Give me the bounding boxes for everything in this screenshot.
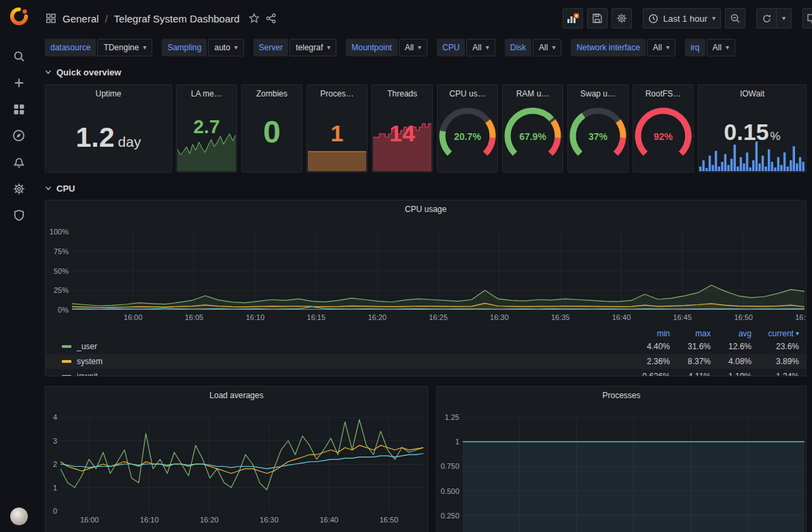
time-range-label: Last 1 hour bbox=[663, 14, 707, 24]
panel-rootfs-gauge: RootFS… 92% bbox=[633, 84, 694, 173]
variable-value-dropdown[interactable]: All▾ bbox=[533, 39, 561, 56]
user-avatar[interactable] bbox=[10, 508, 28, 525]
explore-compass-icon[interactable] bbox=[0, 122, 37, 149]
search-icon[interactable] bbox=[0, 43, 37, 69]
panel-title[interactable]: CPU us… bbox=[440, 89, 495, 99]
variable-value-dropdown[interactable]: telegraf▾ bbox=[289, 39, 336, 56]
chevron-down-icon: ▾ bbox=[796, 330, 799, 337]
legend-current: 1.24% bbox=[752, 372, 799, 376]
variable-value-dropdown[interactable]: All▾ bbox=[707, 39, 735, 56]
chevron-down-icon: ▾ bbox=[486, 44, 489, 51]
gauge-value: 92% bbox=[633, 131, 693, 142]
series-color-swatch bbox=[62, 375, 71, 376]
server-admin-shield-icon[interactable] bbox=[0, 202, 37, 228]
panel-load-averages: Load averages 43210 16:0016:1016:2016:30… bbox=[45, 386, 428, 532]
axis-tick-label: 16:55 bbox=[795, 313, 807, 321]
gauge-value: 37% bbox=[568, 131, 628, 142]
gauge: 37% bbox=[568, 104, 628, 164]
alerting-bell-icon[interactable] bbox=[0, 149, 37, 175]
zoom-out-button[interactable] bbox=[725, 8, 745, 29]
legend-sort-min[interactable]: min bbox=[629, 329, 670, 338]
cycle-view-mode-button[interactable] bbox=[802, 8, 812, 29]
section-cpu[interactable]: CPU bbox=[45, 182, 75, 194]
panel-title[interactable]: Threads bbox=[375, 89, 429, 99]
panel-title[interactable]: Proces… bbox=[310, 89, 364, 99]
chevron-down-icon: ▾ bbox=[552, 44, 555, 51]
gauge: 92% bbox=[633, 104, 693, 164]
breadcrumb-separator: / bbox=[105, 13, 107, 24]
legend-sort-max[interactable]: max bbox=[670, 329, 711, 338]
processes-plot[interactable] bbox=[463, 417, 805, 532]
panel-title[interactable]: Uptime bbox=[48, 89, 169, 99]
cpu-usage-plot[interactable] bbox=[72, 232, 805, 310]
variable-value-dropdown[interactable]: auto▾ bbox=[208, 39, 243, 56]
axis-tick-label: 0.750 bbox=[440, 462, 459, 470]
axis-tick-label: 1 bbox=[455, 438, 459, 446]
legend-current: 23.6% bbox=[752, 342, 799, 351]
y-axis-labels: 100%75%50%25%0% bbox=[46, 232, 69, 310]
legend-min: 0.626% bbox=[629, 372, 670, 376]
refresh-control: ▾ bbox=[756, 8, 792, 29]
time-range-picker[interactable]: Last 1 hour ▾ bbox=[643, 8, 721, 29]
variable-label: Server bbox=[253, 39, 288, 56]
chevron-down-icon: ▾ bbox=[234, 44, 238, 51]
axis-tick-label: 16:50 bbox=[380, 516, 399, 524]
cpu-usage-legend: min max avg current ▾ _user 4.40% 31.6% … bbox=[46, 328, 806, 376]
stat-value: 1 bbox=[307, 122, 367, 145]
dashboards-icon[interactable] bbox=[0, 96, 37, 122]
panel-cpu-usage: CPU usage 100%75%50%25%0% 16:0016:0516:1… bbox=[45, 200, 807, 376]
chevron-down-icon bbox=[45, 69, 52, 75]
series-name[interactable]: iowait bbox=[77, 372, 98, 376]
panel-title[interactable]: IOWait bbox=[701, 89, 803, 99]
refresh-interval-dropdown[interactable]: ▾ bbox=[777, 8, 792, 29]
star-icon[interactable] bbox=[249, 13, 260, 24]
variable-label: datasource bbox=[45, 39, 96, 56]
create-plus-icon[interactable] bbox=[0, 69, 37, 96]
panel-title[interactable]: Load averages bbox=[48, 391, 425, 400]
breadcrumb-section[interactable]: General bbox=[63, 13, 99, 24]
variable-value-dropdown[interactable]: TDengine▾ bbox=[97, 39, 152, 56]
panel-title[interactable]: Zombies bbox=[245, 89, 299, 99]
dashboard-title[interactable]: Telegraf System Dashboard bbox=[114, 13, 240, 24]
section-quick-overview[interactable]: Quick overview bbox=[45, 66, 121, 78]
panel-title[interactable]: CPU usage bbox=[48, 205, 803, 214]
panel-title[interactable]: Swap u… bbox=[571, 89, 625, 99]
axis-tick-label: 1.25 bbox=[445, 413, 459, 421]
legend-avg: 1.19% bbox=[711, 372, 752, 376]
legend-min: 4.40% bbox=[629, 342, 670, 351]
panel-title[interactable]: Processes bbox=[440, 391, 803, 400]
grafana-dashboard: { "icons": {"caret": "▾"}, "header": { "… bbox=[0, 0, 812, 532]
chevron-down-icon: ▾ bbox=[327, 44, 330, 51]
gauge-value: 20.7% bbox=[438, 131, 497, 142]
legend-min: 2.36% bbox=[629, 357, 670, 366]
variable-value-dropdown[interactable]: All▾ bbox=[647, 39, 675, 56]
panel-title[interactable]: LA me… bbox=[179, 89, 234, 99]
chevron-down-icon: ▾ bbox=[712, 15, 716, 22]
refresh-button[interactable] bbox=[756, 8, 777, 29]
panel-title[interactable]: RAM u… bbox=[506, 89, 560, 99]
series-color-swatch bbox=[62, 345, 71, 348]
variable-value-dropdown[interactable]: All▾ bbox=[399, 39, 427, 56]
share-icon[interactable] bbox=[266, 13, 277, 24]
panel-title[interactable]: RootFS… bbox=[636, 89, 690, 99]
dashboard-settings-gear-icon[interactable] bbox=[612, 8, 632, 29]
series-name[interactable]: system bbox=[77, 357, 103, 366]
series-name[interactable]: _user bbox=[77, 342, 97, 351]
configuration-gear-icon[interactable] bbox=[0, 175, 37, 202]
legend-row: iowait 0.626% 4.11% 1.19% 1.24% bbox=[46, 369, 806, 376]
grafana-logo[interactable] bbox=[9, 6, 29, 26]
add-panel-button[interactable] bbox=[563, 8, 583, 29]
load-averages-plot[interactable] bbox=[60, 417, 423, 511]
legend-sort-avg[interactable]: avg bbox=[711, 329, 752, 338]
panel-swap-gauge: Swap u… 37% bbox=[567, 84, 629, 173]
save-dashboard-button[interactable] bbox=[587, 8, 607, 29]
gauge: 20.7% bbox=[438, 104, 497, 164]
chevron-down-icon: ▾ bbox=[666, 44, 669, 51]
legend-avg: 12.6% bbox=[711, 342, 752, 351]
variable-value-dropdown[interactable]: All▾ bbox=[466, 39, 495, 56]
legend-row: system 2.36% 8.37% 4.08% 3.89% bbox=[46, 354, 806, 369]
axis-tick-label: 2 bbox=[53, 460, 57, 468]
legend-sort-current[interactable]: current ▾ bbox=[752, 329, 799, 338]
axis-tick-label: 0.500 bbox=[440, 487, 459, 495]
variable-cpu: CPU All▾ bbox=[437, 39, 495, 56]
